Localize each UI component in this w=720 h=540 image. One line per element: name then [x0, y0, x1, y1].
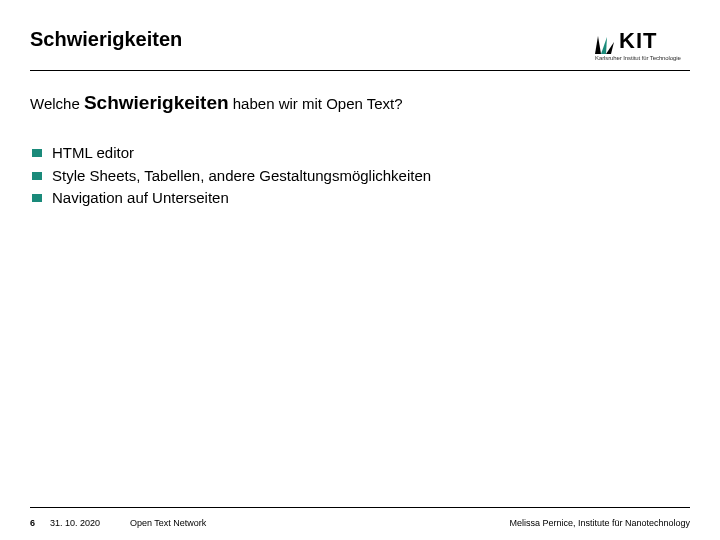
subtitle-suffix: haben wir mit Open Text? [229, 95, 403, 112]
footer: 6 31. 10. 2020 Open Text Network Melissa… [30, 518, 690, 528]
kit-logo-text: KIT [619, 28, 657, 54]
list-item: Navigation auf Unterseiten [30, 187, 690, 210]
header-divider [30, 70, 690, 71]
list-item: Style Sheets, Tabellen, andere Gestaltun… [30, 165, 690, 188]
svg-marker-1 [601, 37, 607, 54]
kit-fan-icon [595, 34, 615, 54]
svg-marker-0 [595, 36, 601, 54]
kit-logo: KIT Karlsruher Institut für Technologie [595, 28, 690, 61]
slide: Schwierigkeiten KIT Karlsruher Institut … [0, 0, 720, 540]
footer-divider [30, 507, 690, 508]
subtitle-prefix: Welche [30, 95, 84, 112]
footer-date: 31. 10. 2020 [50, 518, 130, 528]
kit-logo-subtitle: Karlsruher Institut für Technologie [595, 55, 690, 61]
svg-marker-2 [606, 42, 614, 54]
slide-title: Schwierigkeiten [30, 28, 182, 51]
subtitle: Welche Schwierigkeiten haben wir mit Ope… [30, 92, 690, 114]
header: Schwierigkeiten KIT Karlsruher Institut … [30, 28, 690, 71]
slide-body: Welche Schwierigkeiten haben wir mit Ope… [30, 92, 690, 210]
footer-author: Melissa Pernice, Institute für Nanotechn… [509, 518, 690, 528]
page-number: 6 [30, 518, 50, 528]
bullet-list: HTML editor Style Sheets, Tabellen, ande… [30, 142, 690, 210]
footer-source: Open Text Network [130, 518, 206, 528]
list-item: HTML editor [30, 142, 690, 165]
subtitle-emphasis: Schwierigkeiten [84, 92, 229, 113]
